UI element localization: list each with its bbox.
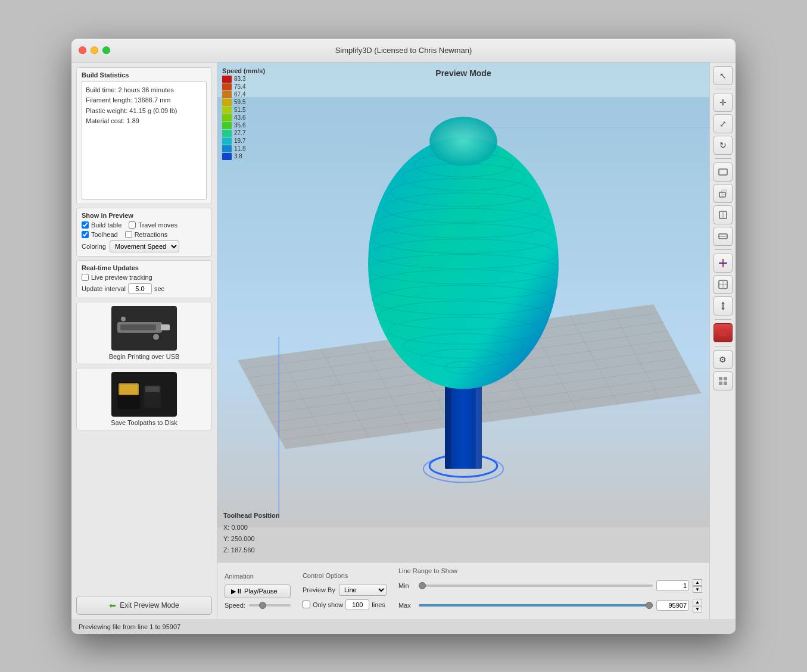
sd-card-card[interactable]: Save Toolpaths to Disk [76,368,212,430]
control-bar: Animation ▶⏸ Play/Pause Speed: Control O… [217,562,709,620]
toolbar-divider-5 [715,346,731,346]
toolhead-x: X: 0.000 [223,522,280,533]
legend-val-9: 11.8 [234,145,245,152]
legend-color-9 [222,145,232,152]
svg-rect-72 [719,329,727,336]
live-preview-checkbox[interactable] [82,274,89,281]
travel-moves-label: Travel moves [138,221,177,229]
build-table-label: Build table [91,221,121,229]
legend-val-1: 75.4 [234,83,245,90]
travel-moves-checkbox[interactable] [129,221,136,229]
min-range-input[interactable] [656,580,689,591]
title-bar: Simplify3D (Licensed to Chris Newman) [71,39,736,62]
svg-rect-7 [120,385,138,394]
realtime-updates-section: Real-time Updates Live preview tracking … [76,260,212,298]
view-top-icon [718,231,728,242]
only-show-checkbox[interactable] [303,601,310,608]
coloring-label: Coloring [82,243,106,250]
sd-label: Save Toolpaths to Disk [111,419,177,426]
build-table-checkbox-label[interactable]: Build table [82,221,121,229]
coloring-select[interactable]: Movement Speed [110,240,179,252]
toolhead-checkbox-label[interactable]: Toolhead [82,231,118,238]
viewport-3d[interactable]: Preview Mode Speed (mm/s) 83.3 75.4 67.4… [217,62,709,562]
legend-item-4: 51.5 [222,107,265,114]
svg-rect-73 [719,377,722,380]
speed-slider[interactable] [249,604,291,607]
build-table-checkbox[interactable] [82,221,89,229]
preview-by-select[interactable]: Line [339,584,387,596]
settings-button[interactable]: ⚙ [713,350,733,369]
toolbar-divider-3 [715,249,731,250]
slice-button[interactable] [713,296,733,315]
svg-rect-2 [120,324,156,330]
view-front-button[interactable] [713,162,733,182]
max-down-button[interactable]: ▼ [693,606,702,612]
viewport-svg [217,62,709,562]
show-in-preview-section: Show in Preview Build table Travel moves… [76,208,212,257]
speed-row: Speed: [225,602,291,609]
max-range-slider[interactable] [419,604,653,607]
update-interval-unit: sec [154,285,164,292]
checkbox-row-2: Toolhead Retractions [82,231,207,238]
select-tool-button[interactable]: ↖ [713,66,733,85]
legend-color-7 [222,130,232,137]
update-interval-input[interactable] [128,283,152,294]
max-range-input[interactable] [656,600,689,611]
build-stats-box: Build time: 2 hours 36 minutes Filament … [82,81,207,200]
legend-val-0: 83.3 [234,76,245,82]
toolbar-divider-1 [715,89,731,89]
min-range-slider[interactable] [419,585,653,587]
usb-print-card[interactable]: Begin Printing over USB [76,302,212,364]
scale-tool-button[interactable]: ⤢ [713,114,733,133]
legend-color-1 [222,83,232,90]
live-preview-label[interactable]: Live preview tracking [82,274,207,281]
speed-label: Speed: [225,602,245,609]
preview-mode-label: Preview Mode [435,68,491,78]
axis-button[interactable] [713,254,733,273]
svg-rect-57 [719,169,727,175]
minimize-button[interactable] [91,46,98,54]
play-pause-button[interactable]: ▶⏸ Play/Pause [225,585,291,598]
legend-item-0: 83.3 [222,76,265,83]
retractions-checkbox[interactable] [125,231,132,238]
toolhead-position: Toolhead Position X: 0.000 Y: 250.000 Z:… [223,510,280,556]
view-front-icon [718,167,728,177]
slice-icon [718,301,728,311]
move-tool-button[interactable]: ✛ [713,93,733,112]
svg-point-3 [121,317,126,321]
status-bar: Previewing file from line 1 to 95907 [71,620,736,634]
show-in-preview-title: Show in Preview [82,212,207,219]
legend-item-7: 27.7 [222,130,265,137]
exit-preview-button[interactable]: ⬅ Exit Preview Mode [76,596,212,615]
retractions-checkbox-label[interactable]: Retractions [125,231,168,238]
exit-arrow-icon: ⬅ [109,601,116,610]
max-up-button[interactable]: ▲ [693,599,702,605]
range-min-row: Min ▲ ▼ [398,579,702,593]
only-show-input[interactable] [345,599,369,610]
maximize-button[interactable] [102,46,110,54]
svg-rect-75 [719,382,722,385]
stats-button[interactable] [713,371,733,390]
traffic-lights [79,46,110,54]
material-button[interactable] [713,323,733,342]
legend-item-1: 75.4 [222,83,265,90]
view-3d-button[interactable] [713,275,733,294]
view-side-button[interactable] [713,205,733,224]
control-options-title: Control Options [303,572,387,579]
rotate-tool-button[interactable]: ↻ [713,136,733,155]
legend-val-3: 59.5 [234,99,245,105]
travel-moves-checkbox-label[interactable]: Travel moves [129,221,177,229]
exit-preview-label: Exit Preview Mode [120,601,179,610]
min-down-button[interactable]: ▼ [693,586,702,593]
legend-color-3 [222,99,232,106]
toolhead-checkbox[interactable] [82,231,89,238]
view-corner-button[interactable] [713,184,733,203]
min-up-button[interactable]: ▲ [693,579,702,586]
close-button[interactable] [79,46,86,54]
svg-point-54 [429,117,497,166]
svg-marker-70 [721,302,725,304]
view-top-button[interactable] [713,227,733,246]
checkbox-row-1: Build table Travel moves [82,221,207,229]
view-3d-icon [718,279,728,290]
build-stats-text: Build time: 2 hours 36 minutes Filament … [86,85,202,127]
